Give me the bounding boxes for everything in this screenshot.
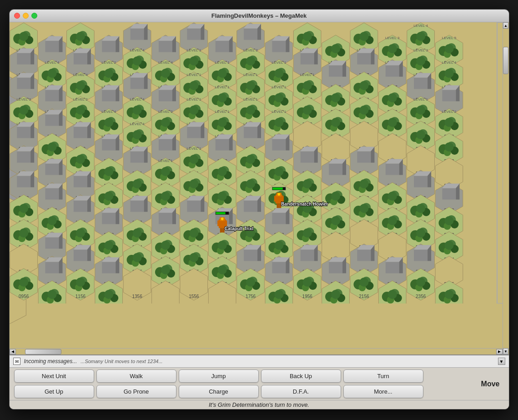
vertical-scrollbar[interactable]: ▲ ▼ <box>503 22 509 354</box>
get-up-button[interactable]: Get Up <box>14 385 94 398</box>
close-button[interactable] <box>14 13 20 19</box>
message-scroll-button[interactable]: ▼ <box>498 358 505 365</box>
scroll-right-arrow[interactable]: ▶ <box>496 349 503 354</box>
game-area: // This SVG will be populated by the inl… <box>10 22 509 354</box>
buttons-area: Next Unit Walk Jump Back Up Turn Get Up … <box>10 368 509 400</box>
more-button[interactable]: More... <box>343 385 423 398</box>
status-bar: It's Grim Determination's turn to move. <box>10 400 509 409</box>
horizontal-scrollbar[interactable]: ◀ ▶ <box>10 348 503 354</box>
minimize-button[interactable] <box>23 13 29 19</box>
scrollbar-thumb-v[interactable] <box>503 47 508 74</box>
status-message: It's Grim Determination's turn to move. <box>209 401 309 408</box>
window-title: FlamingDevilMonkeys – MegaMek <box>211 12 307 19</box>
go-prone-button[interactable]: Go Prone <box>96 385 176 398</box>
main-window: FlamingDevilMonkeys – MegaMek // This SV… <box>9 9 509 410</box>
scroll-left-arrow[interactable]: ◀ <box>10 349 16 354</box>
charge-button[interactable]: Charge <box>179 385 259 398</box>
hex-grid-display[interactable] <box>10 22 509 354</box>
message-bar: ✉ Incoming messages... ...Somany Unit mo… <box>10 355 509 368</box>
turn-button[interactable]: Turn <box>343 369 423 383</box>
message-subtext: ...Somany Unit moves to next 1234... <box>80 359 162 364</box>
walk-button[interactable]: Walk <box>96 369 176 383</box>
dfa-button[interactable]: D.F.A. <box>261 385 341 398</box>
back-up-button[interactable]: Back Up <box>261 369 341 383</box>
scroll-up-arrow[interactable]: ▲ <box>503 22 508 29</box>
button-grid: Next Unit Walk Jump Back Up Turn Get Up … <box>14 369 423 398</box>
scroll-down-arrow[interactable]: ▼ <box>503 348 508 354</box>
next-unit-button[interactable]: Next Unit <box>14 369 94 383</box>
maximize-button[interactable] <box>31 13 37 19</box>
message-text: Incoming messages... <box>24 358 77 364</box>
titlebar: FlamingDevilMonkeys – MegaMek <box>10 10 509 22</box>
message-icon: ✉ <box>13 358 20 365</box>
move-label: Move <box>481 380 500 388</box>
scrollbar-thumb-h[interactable] <box>25 349 61 354</box>
bottom-panel: ✉ Incoming messages... ...Somany Unit mo… <box>10 354 509 409</box>
traffic-lights <box>14 13 37 19</box>
jump-button[interactable]: Jump <box>179 369 259 383</box>
